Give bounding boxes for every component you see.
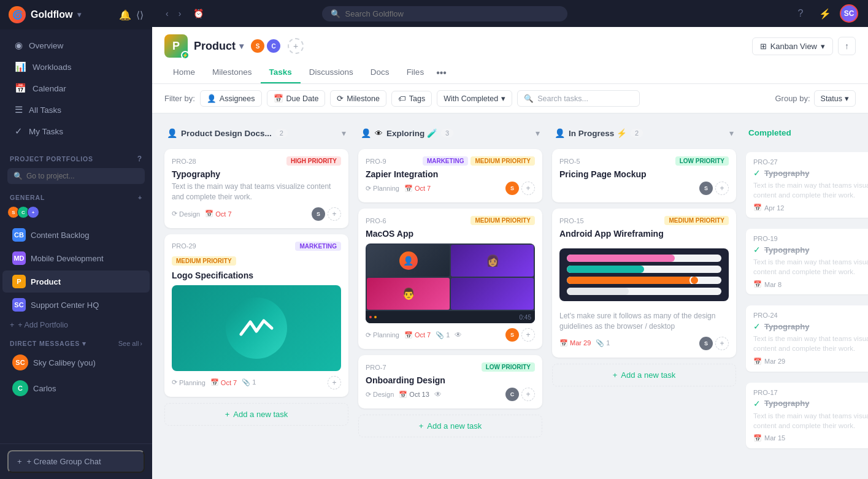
card-avatar-pro6: S bbox=[505, 328, 519, 342]
col-collapse-design[interactable]: ▾ bbox=[342, 128, 346, 138]
stop-dot bbox=[369, 316, 372, 318]
card-footer-pro28: ⟳ Design 📅 Oct 7 S + bbox=[172, 207, 341, 221]
add-portfolio-button[interactable]: + + Add Portfolio bbox=[0, 316, 152, 334]
tab-milestones[interactable]: Milestones bbox=[204, 63, 261, 83]
add-assignee-pro28[interactable]: + bbox=[328, 207, 341, 221]
card-id-pro9: PRO-9 bbox=[366, 158, 386, 165]
group-by-area: Group by: Status ▾ bbox=[775, 90, 856, 107]
card-footer-right-pro9: S + bbox=[505, 182, 535, 195]
notification-icon[interactable]: 🔔 bbox=[119, 9, 131, 21]
share-button[interactable]: ↑ bbox=[838, 37, 856, 55]
sidebar-item-calendar[interactable]: 📅 Calendar bbox=[5, 78, 147, 99]
completed-card-pro19[interactable]: PRO-19 ✓ Typography Text is the main way… bbox=[746, 229, 868, 294]
topbar-search-input[interactable] bbox=[345, 9, 559, 18]
card-meta-pro5: PRO-5 LOW PRIORITY bbox=[559, 156, 729, 166]
col-collapse-inprogress[interactable]: ▾ bbox=[729, 128, 734, 138]
topbar-search[interactable]: 🔍 bbox=[322, 6, 567, 21]
collapse-sidebar-icon[interactable]: ⟨⟩ bbox=[136, 9, 144, 21]
project-name[interactable]: Product ▾ bbox=[194, 40, 244, 53]
sidebar-item-mobile-development[interactable]: MD Mobile Development bbox=[2, 247, 150, 269]
forward-button[interactable]: › bbox=[175, 6, 185, 21]
task-card-pro15[interactable]: PRO-15 MEDIUM PRIORITY Android App Wiref… bbox=[552, 209, 736, 358]
add-assignee-pro15[interactable]: + bbox=[715, 337, 729, 350]
card-milestone-pro28: ⟳ Design bbox=[172, 210, 200, 218]
workloads-icon: 📊 bbox=[15, 61, 26, 72]
add-member-button[interactable]: + bbox=[288, 38, 304, 54]
user-avatar[interactable]: SC bbox=[840, 4, 858, 23]
sidebar-item-support-center[interactable]: SC Support Center HQ bbox=[2, 294, 150, 316]
completed-card-pro27[interactable]: PRO-27 ✓ Typography Text is the main way… bbox=[746, 152, 868, 218]
card-footer-left-pro15: 📅 Mar 29 📎 1 bbox=[559, 339, 610, 347]
card-tags-pro6: MEDIUM PRIORITY bbox=[470, 216, 535, 225]
create-group-chat-button[interactable]: + + Create Group Chat bbox=[7, 450, 145, 473]
task-card-pro9[interactable]: PRO-9 MARKETING MEDIUM PRIORITY Zapier I… bbox=[358, 149, 542, 202]
logo-svg bbox=[238, 316, 275, 340]
task-card-pro29[interactable]: PRO-29 MARKETING MEDIUM PRIORITY Logo Sp… bbox=[164, 234, 348, 397]
sidebar-item-my-tasks[interactable]: ✓ My Tasks bbox=[5, 121, 147, 142]
filter-tags-button[interactable]: 🏷 Tags bbox=[391, 91, 432, 107]
completed-card-pro17[interactable]: PRO-17 ✓ Typography Text is the main way… bbox=[746, 383, 868, 448]
tab-home[interactable]: Home bbox=[164, 63, 204, 83]
sidebar-item-content-backlog[interactable]: CB Content Backlog bbox=[2, 224, 150, 246]
add-task-inprogress[interactable]: + Add a new task bbox=[552, 364, 736, 386]
add-assignee-pro7[interactable]: + bbox=[521, 388, 535, 401]
project-name-chevron[interactable]: ▾ bbox=[239, 41, 244, 51]
tab-more[interactable]: ••• bbox=[432, 63, 450, 83]
dm-chevron[interactable]: ▾ bbox=[82, 340, 86, 347]
filter-due-date-button[interactable]: 📅 Due Date bbox=[267, 90, 326, 107]
tab-docs[interactable]: Docs bbox=[362, 63, 398, 83]
project-search[interactable]: 🔍 bbox=[7, 168, 145, 184]
project-header: P ⚡ Product ▾ S C + ⊞ Kanban View ▾ bbox=[152, 27, 868, 84]
card-footer-right-pro5: S + bbox=[699, 182, 729, 195]
kanban-view-button[interactable]: ⊞ Kanban View ▾ bbox=[752, 37, 833, 55]
filter-with-completed-button[interactable]: With Completed ▾ bbox=[437, 90, 512, 107]
add-project-icon[interactable]: + bbox=[138, 194, 142, 201]
help-button[interactable]: ? bbox=[791, 4, 810, 23]
task-card-pro7[interactable]: PRO-7 LOW PRIORITY Onboarding Design ⟳ D… bbox=[358, 355, 542, 408]
sidebar-item-workloads[interactable]: 📊 Workloads bbox=[5, 56, 147, 77]
bar-track-1 bbox=[567, 255, 721, 262]
back-button[interactable]: ‹ bbox=[162, 6, 172, 21]
task-card-pro6[interactable]: PRO-6 MEDIUM PRIORITY MacOS App 👤 � bbox=[358, 209, 542, 349]
task-card-pro5[interactable]: PRO-5 LOW PRIORITY Pricing Page Mockup S… bbox=[552, 149, 736, 202]
brand[interactable]: 🌀 Goldflow ▾ bbox=[9, 6, 81, 23]
dm-avatar-carlos: C bbox=[12, 380, 28, 396]
date-icon-pro27: 📅 bbox=[753, 204, 762, 212]
card-desc-pro28: Text is the main way that teams visualiz… bbox=[172, 182, 341, 202]
see-all-button[interactable]: See all › bbox=[118, 340, 142, 347]
card-title-pro6: MacOS App bbox=[366, 229, 535, 239]
card-id-pro15: PRO-15 bbox=[559, 217, 584, 224]
add-task-exploring[interactable]: + Add a new task bbox=[358, 415, 542, 437]
tab-discussions[interactable]: Discussions bbox=[301, 63, 362, 83]
lightning-button[interactable]: ⚡ bbox=[815, 4, 835, 23]
add-task-icon: + bbox=[225, 410, 230, 419]
dm-item-sky[interactable]: SC Sky Calibey (you) bbox=[2, 350, 150, 375]
add-assignee-pro29[interactable]: + bbox=[328, 376, 341, 389]
col-header-inprogress: 👤 In Progress ⚡ 2 ▾ bbox=[552, 123, 736, 143]
tab-tasks[interactable]: Tasks bbox=[261, 63, 301, 83]
project-search-input[interactable] bbox=[26, 172, 139, 180]
add-task-design[interactable]: + Add a new task bbox=[164, 403, 348, 426]
filter-milestone-button[interactable]: ⟳ Milestone bbox=[330, 90, 386, 107]
completed-card-pro24[interactable]: PRO-24 ✓ Typography Text is the main way… bbox=[746, 305, 868, 371]
sidebar-item-overview[interactable]: ◉ Overview bbox=[5, 35, 147, 56]
tab-files[interactable]: Files bbox=[398, 63, 433, 83]
col-collapse-exploring[interactable]: ▾ bbox=[536, 128, 540, 138]
search-tasks-button[interactable]: 🔍 Search tasks... bbox=[517, 90, 640, 107]
filter-assignees-button[interactable]: 👤 Assignees bbox=[200, 90, 262, 107]
history-button[interactable]: ⏰ bbox=[190, 6, 207, 21]
dm-item-carlos[interactable]: C Carlos bbox=[2, 376, 150, 400]
col-title-area: 👤 Product Design Docs... 2 bbox=[167, 128, 288, 138]
task-card-pro28[interactable]: PRO-28 HIGH PRIORITY Typography Text is … bbox=[164, 149, 348, 228]
add-assignee-pro9[interactable]: + bbox=[521, 182, 535, 195]
sidebar-item-product[interactable]: P Product bbox=[2, 270, 150, 293]
card-footer-left-pro7: ⟳ Design 📅 Oct 13 👁 bbox=[366, 390, 442, 399]
col-title-completed: Completed bbox=[748, 128, 791, 137]
add-assignee-pro5[interactable]: + bbox=[715, 182, 729, 195]
sidebar-item-all-tasks[interactable]: ☰ All Tasks bbox=[5, 99, 147, 120]
add-assignee-pro6[interactable]: + bbox=[521, 328, 535, 342]
sidebar-item-label: My Tasks bbox=[29, 127, 63, 136]
group-by-status-button[interactable]: Status ▾ bbox=[814, 90, 856, 107]
card-tags-pro15: MEDIUM PRIORITY bbox=[664, 216, 729, 225]
portfolios-help-icon[interactable]: ? bbox=[137, 155, 142, 163]
